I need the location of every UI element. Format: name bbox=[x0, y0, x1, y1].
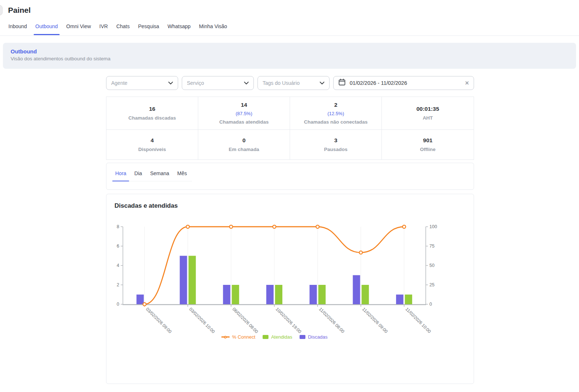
stat-value: 16 bbox=[149, 106, 155, 112]
stat-label: Chamadas discadas bbox=[128, 115, 176, 121]
legend-marker bbox=[221, 336, 230, 338]
tab-pesquisa[interactable]: Pesquisa bbox=[138, 22, 159, 35]
stat-percent: (12.5%) bbox=[327, 111, 344, 116]
user-tags-select[interactable]: Tags do Usuário bbox=[257, 76, 330, 90]
filters-row: Agente Serviço Tags do Usuário bbox=[106, 76, 474, 90]
stat-value: 3 bbox=[334, 137, 338, 144]
tab-semana[interactable]: Semana bbox=[147, 168, 172, 181]
chevron-down-icon bbox=[244, 80, 249, 86]
stat-label: Offline bbox=[420, 147, 436, 152]
tab-ivr[interactable]: IVR bbox=[99, 22, 108, 35]
stat-label: AHT bbox=[423, 115, 433, 121]
stat-disponiveis: 4Disponíveis bbox=[106, 130, 198, 159]
stat-chamadas-nao-conectadas: 2(12.5%)Chamadas não conectadas bbox=[290, 97, 382, 129]
svg-text:100: 100 bbox=[429, 224, 437, 229]
stat-percent: (87.5%) bbox=[236, 111, 252, 116]
legend-label: Atendidas bbox=[271, 334, 292, 340]
date-range-picker[interactable]: 01/02/2026 - 11/02/2026 × bbox=[333, 76, 474, 90]
page-title: Painel bbox=[8, 6, 31, 15]
period-tabs-card: HoraDiaSemanaMês bbox=[106, 163, 474, 190]
stat-chamadas-atendidas: 14(87.5%)Chamadas atendidas bbox=[198, 97, 290, 129]
stat-label: Pausados bbox=[324, 147, 347, 152]
tab-outbound[interactable]: Outbound bbox=[35, 22, 59, 35]
svg-text:06/02/2026 08:00: 06/02/2026 08:00 bbox=[232, 306, 259, 334]
chevron-down-icon bbox=[320, 80, 324, 86]
svg-text:11/02/2026 10:00: 11/02/2026 10:00 bbox=[405, 306, 432, 334]
legend-label: % Connect bbox=[232, 334, 256, 340]
discadas-atendidas-chart: 02468025507510003/02/2026 09:0003/02/202… bbox=[106, 194, 474, 384]
date-range-value: 01/02/2026 - 11/02/2026 bbox=[350, 80, 461, 86]
outbound-banner: Outbound Visão dos atendimentos outbound… bbox=[3, 43, 576, 69]
stat-label: Chamadas não conectadas bbox=[304, 119, 368, 125]
svg-text:03/02/2026 10:00: 03/02/2026 10:00 bbox=[188, 306, 216, 334]
user-tags-select-placeholder: Tags do Usuário bbox=[263, 80, 300, 86]
svg-text:50: 50 bbox=[429, 263, 435, 268]
main-nav: InboundOutboundOmni ViewIVRChatsPesquisa… bbox=[0, 22, 579, 36]
tab-whatsapp[interactable]: Whatsapp bbox=[167, 22, 191, 35]
stat-label: Chamadas atendidas bbox=[219, 119, 268, 125]
legend-marker bbox=[300, 335, 305, 339]
svg-text:6: 6 bbox=[117, 244, 119, 249]
calendar-icon bbox=[338, 79, 346, 87]
stat-pausados: 3Pausados bbox=[290, 130, 382, 159]
tab-omni-view[interactable]: Omni View bbox=[66, 22, 91, 35]
stat-em-chamada: 0Em chamada bbox=[198, 130, 290, 159]
stat-aht: 00:01:35AHT bbox=[382, 97, 474, 129]
svg-text:03/02/2026 09:00: 03/02/2026 09:00 bbox=[145, 306, 173, 334]
date-clear-button[interactable]: × bbox=[465, 80, 469, 86]
svg-text:2: 2 bbox=[117, 282, 119, 287]
chart-card: Discadas e atendidas 02468025507510003/0… bbox=[106, 194, 474, 384]
stat-value: 14 bbox=[241, 102, 247, 108]
tab-minha-visao[interactable]: Minha Visão bbox=[199, 22, 228, 35]
banner-subtitle: Visão dos atendimentos outbound do siste… bbox=[11, 56, 576, 61]
legend-marker bbox=[263, 335, 268, 339]
stat-chamadas-discadas: 16Chamadas discadas bbox=[106, 97, 198, 129]
svg-text:11/02/2026 08:00: 11/02/2026 08:00 bbox=[318, 306, 346, 334]
legend-item-discadas[interactable]: Discadas bbox=[300, 334, 327, 340]
legend-item-connect[interactable]: % Connect bbox=[221, 334, 256, 340]
tab-inbound[interactable]: Inbound bbox=[8, 22, 27, 35]
stats-row-agents: 4Disponíveis0Em chamada3Pausados901Offli… bbox=[106, 129, 474, 160]
svg-text:75: 75 bbox=[429, 244, 435, 249]
stat-value: 00:01:35 bbox=[416, 106, 439, 112]
tab-dia[interactable]: Dia bbox=[131, 168, 145, 181]
stat-label: Em chamada bbox=[229, 147, 259, 152]
svg-text:4: 4 bbox=[117, 263, 119, 268]
stat-offline: 901Offline bbox=[382, 130, 474, 159]
svg-text:8: 8 bbox=[117, 224, 119, 229]
service-select[interactable]: Serviço bbox=[182, 76, 254, 90]
chevron-down-icon bbox=[168, 80, 173, 86]
svg-text:0: 0 bbox=[117, 302, 119, 307]
stat-label: Disponíveis bbox=[138, 147, 166, 152]
content-area: Agente Serviço Tags do Usuário bbox=[106, 76, 474, 384]
tab-hora[interactable]: Hora bbox=[112, 168, 129, 181]
stat-value: 4 bbox=[151, 137, 154, 144]
period-tabs: HoraDiaSemanaMês bbox=[112, 168, 192, 181]
svg-text:25: 25 bbox=[429, 282, 435, 287]
stat-value: 2 bbox=[334, 102, 338, 108]
stat-value: 901 bbox=[423, 137, 433, 144]
svg-text:10/02/2026 19:00: 10/02/2026 19:00 bbox=[275, 306, 302, 334]
tab-mes[interactable]: Mês bbox=[174, 168, 190, 181]
agent-select-placeholder: Agente bbox=[111, 80, 127, 86]
agent-select[interactable]: Agente bbox=[106, 76, 178, 90]
legend-item-atendidas[interactable]: Atendidas bbox=[263, 334, 292, 340]
svg-text:11/02/2026 09:00: 11/02/2026 09:00 bbox=[361, 306, 389, 334]
legend-line-marker-ring bbox=[224, 336, 227, 338]
chart-legend: % ConnectAtendidasDiscadas bbox=[106, 334, 442, 340]
stat-value: 0 bbox=[242, 137, 246, 144]
stats-row-calls: 16Chamadas discadas14(87.5%)Chamadas ate… bbox=[106, 97, 474, 130]
banner-title: Outbound bbox=[11, 48, 576, 54]
clipped-side-element bbox=[0, 5, 3, 15]
service-select-placeholder: Serviço bbox=[187, 80, 204, 86]
tab-chats[interactable]: Chats bbox=[116, 22, 130, 35]
legend-label: Discadas bbox=[308, 334, 327, 340]
svg-text:0: 0 bbox=[429, 302, 432, 307]
